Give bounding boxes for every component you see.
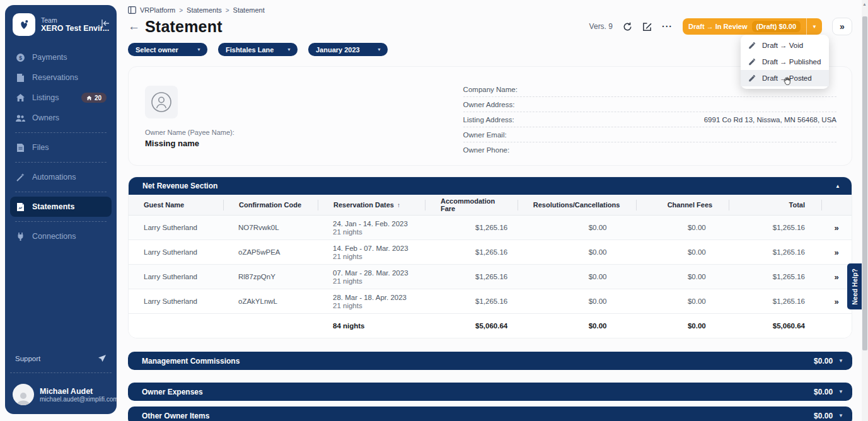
cell-fare: $1,265.16 [425, 273, 524, 280]
row-expand-icon[interactable]: » [821, 248, 852, 257]
cell-guest: Larry Sutherland [129, 273, 223, 280]
col-reservation-dates[interactable]: Reservation Dates ↑ [318, 200, 425, 211]
breadcrumb-item-platform[interactable]: VRPlatform [140, 6, 175, 14]
cell-code: Rl87zpQnY [223, 273, 318, 280]
cell-guest: Larry Sutherland [129, 224, 223, 231]
status-caret-section[interactable]: ▼ [806, 18, 822, 35]
menu-item-draft-published[interactable]: Draft → Published [741, 54, 829, 70]
file-icon [15, 142, 25, 153]
pencil-icon [748, 42, 756, 49]
cell-channel-fees: $0.00 [623, 224, 722, 231]
reservation-row[interactable]: Larry Sutherland oZAP5wPEA 14. Feb - 07.… [129, 240, 852, 265]
month-filter-dropdown[interactable]: January 2023 ▼ [308, 43, 388, 56]
col-resolutions[interactable]: Resolutions/Cancellations [518, 200, 637, 211]
sidebar-divider [15, 221, 107, 222]
user-profile-row[interactable]: Michael Audet michael.audet@ximplifi.com [5, 378, 117, 408]
support-label: Support [15, 355, 40, 362]
support-row[interactable]: Support [5, 349, 117, 368]
team-switcher[interactable]: Team XERO Test Envir... [5, 5, 117, 43]
caret-down-icon: ▼ [377, 47, 381, 52]
home-badge-icon [86, 95, 92, 101]
owner-filter-dropdown[interactable]: Select owner ▼ [128, 43, 207, 56]
section-amount: $0.00 [814, 388, 833, 396]
sidebar-divider [15, 192, 107, 192]
caret-down-icon: ▼ [838, 358, 843, 364]
sidebar-item-connections[interactable]: Connections [10, 226, 112, 246]
scroll-up-arrow-icon[interactable]: ▲ [862, 2, 867, 6]
section-owner-expenses[interactable]: Owner Expenses $0.00 ▼ [128, 383, 852, 401]
double-chevron-icon: » [840, 21, 845, 32]
total-fare: $5,060.64 [425, 322, 524, 330]
net-revenue-section-header[interactable]: Net Revenue Section ▲ [129, 177, 852, 195]
net-revenue-card: Net Revenue Section ▲ Guest Name Confirm… [128, 176, 852, 338]
plug-icon [15, 231, 25, 241]
sidebar-divider [15, 162, 107, 163]
cell-code: oZAP5wPEA [223, 248, 318, 256]
total-resolutions: $0.00 [524, 322, 623, 330]
cell-resolutions: $0.00 [524, 224, 623, 231]
user-email: michael.audet@ximplifi.com [40, 396, 117, 403]
caret-down-icon: ▼ [197, 47, 201, 52]
user-avatar [13, 384, 34, 405]
sidebar-item-label: Listings [32, 93, 59, 102]
sidebar-item-label: Connections [32, 232, 76, 241]
section-management-commissions[interactable]: Management Commissions $0.00 ▼ [128, 352, 852, 370]
back-arrow-icon[interactable]: ← [128, 20, 140, 33]
section-title: Other Owner Items [142, 412, 209, 420]
breadcrumb-item-statements[interactable]: Statements [187, 6, 222, 14]
cell-fare: $1,265.16 [425, 248, 524, 256]
section-title: Management Commissions [142, 357, 240, 366]
sidebar-item-files[interactable]: Files [10, 137, 112, 158]
cell-channel-fees: $0.00 [623, 248, 722, 256]
col-confirmation-code[interactable]: Confirmation Code [223, 200, 318, 211]
sidebar-collapse-icon[interactable] [101, 19, 110, 30]
main-content: VRPlatform > Statements > Statement ← St… [122, 0, 862, 421]
menu-item-label: Draft → Published [762, 58, 821, 66]
status-transition-button[interactable]: Draft → In Review (Draft) $0.00 ▼ [683, 18, 822, 35]
cell-resolutions: $0.00 [524, 248, 623, 256]
status-amount-badge: (Draft) $0.00 [752, 21, 801, 32]
team-name: XERO Test Envir... [41, 24, 109, 33]
sidebar-item-automations[interactable]: Automations [10, 167, 112, 187]
owner-filter-value: Select owner [136, 46, 178, 54]
section-other-owner-items[interactable]: Other Owner Items $0.00 ▼ [128, 407, 852, 421]
col-total[interactable]: Total [729, 200, 821, 211]
total-nights: 84 nights [318, 322, 425, 330]
scrollbar-thumb[interactable] [862, 16, 867, 350]
cell-channel-fees: $0.00 [623, 297, 722, 305]
listing-filter-dropdown[interactable]: Fishtales Lane ▼ [218, 43, 298, 56]
col-guest-name[interactable]: Guest Name [129, 200, 223, 211]
sidebar-item-owners[interactable]: Owners [10, 108, 112, 128]
reservation-row[interactable]: Larry Sutherland oZAkYLnwL 28. Mar - 18.… [129, 289, 852, 314]
menu-item-draft-void[interactable]: Draft → Void [741, 37, 829, 54]
cell-resolutions: $0.00 [524, 297, 623, 305]
sidebar-item-statements[interactable]: Statements [10, 197, 112, 217]
owner-name-value: Missing name [145, 139, 463, 148]
edit-icon[interactable] [642, 22, 652, 32]
page-scrollbar: ▲ [862, 0, 868, 421]
sidebar-item-label: Payments [32, 53, 67, 62]
totals-row: 84 nights $5,060.64 $0.00 $0.00 $5,060.6… [129, 314, 852, 338]
cell-guest: Larry Sutherland [129, 248, 223, 256]
refresh-icon[interactable] [623, 22, 632, 32]
cell-total: $1,265.16 [722, 273, 821, 280]
sidebar-item-listings[interactable]: Listings 20 [10, 88, 112, 108]
row-expand-icon[interactable]: » [821, 223, 852, 233]
more-options-icon[interactable]: ··· [662, 21, 673, 32]
need-help-tab[interactable]: Need Help? [847, 263, 862, 309]
panel-expand-button[interactable]: » [832, 18, 852, 35]
reservation-row[interactable]: Larry Sutherland Rl87zpQnY 07. Mar - 28.… [129, 265, 852, 289]
reservation-row[interactable]: Larry Sutherland NO7Rvwk0L 24. Jan - 14.… [129, 216, 852, 240]
sidebar-item-payments[interactable]: $ Payments [10, 47, 112, 67]
menu-item-draft-posted[interactable]: Draft → Posted [741, 70, 829, 86]
cell-resolutions: $0.00 [524, 273, 623, 280]
user-name: Michael Audet [40, 387, 117, 396]
page-title: Statement [145, 18, 223, 36]
reservation-doc-icon [15, 72, 25, 83]
field-label: Listing Address: [463, 116, 514, 124]
sidebar-item-reservations[interactable]: Reservations [10, 67, 112, 88]
col-channel-fees[interactable]: Channel Fees [636, 200, 729, 211]
breadcrumb-separator: > [179, 7, 183, 14]
col-accommodation-fare[interactable]: Accommodation Fare [425, 200, 518, 211]
cell-channel-fees: $0.00 [623, 273, 722, 280]
